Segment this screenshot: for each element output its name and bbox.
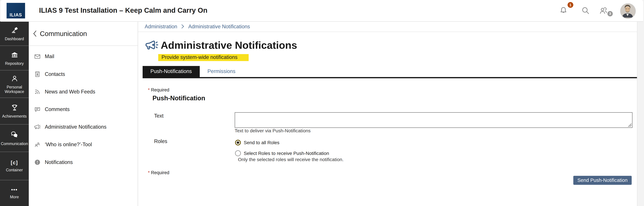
panel-item-news-feeds[interactable]: News and Web Feeds — [29, 83, 138, 100]
chat-bubbles-icon — [10, 130, 19, 139]
radio-send-to-all-roles[interactable]: Send to all Roles — [235, 140, 280, 145]
required-note-top: *Required — [148, 87, 169, 92]
top-bar: ILIAS ILIAS 9 Test Installation – Keep C… — [0, 0, 643, 22]
sidebar-item-label: Communication — [0, 141, 29, 146]
container-brackets-icon: [c] — [11, 160, 18, 165]
sidebar-item-dashboard[interactable]: Dashboard — [0, 21, 29, 46]
panel-item-notifications[interactable]: Notifications — [29, 153, 138, 171]
back-button[interactable] — [33, 30, 39, 37]
panel-item-label: Contacts — [45, 71, 65, 77]
sidebar-item-achievements[interactable]: Achievements — [0, 98, 29, 125]
contacts-badge: 3 — [608, 11, 613, 16]
sidebar-item-label: More — [9, 195, 20, 199]
person-icon — [10, 74, 19, 83]
text-field-wrapper — [235, 112, 632, 128]
panel-item-administrative-notifications[interactable]: Administrative Notifications — [29, 118, 138, 136]
panel-title: Communication — [40, 30, 87, 38]
page-subtitle-highlight: Provide system-wide notifications — [158, 54, 248, 61]
required-asterisk: * — [148, 87, 150, 92]
radio-button-icon — [235, 150, 241, 156]
ellipsis-icon: ••• — [11, 187, 18, 193]
push-text-input[interactable] — [235, 112, 632, 128]
desk-lamp-icon — [10, 26, 19, 34]
tab-bar: Push-Notifications Permissions — [142, 66, 637, 78]
tab-underline — [142, 77, 637, 78]
sidebar-item-repository[interactable]: Repository — [0, 46, 29, 71]
required-label: Required — [151, 87, 169, 92]
contact-card-icon — [34, 70, 41, 78]
roles-byline: Only the selected roles will receive the… — [238, 157, 344, 162]
text-field-label: Text — [154, 113, 164, 119]
search-icon — [581, 6, 590, 15]
panel-item-label: Comments — [45, 106, 70, 112]
alert-circle-icon — [34, 158, 41, 166]
chevron-left-icon — [33, 30, 37, 37]
text-field-byline: Text to deliver via Push-Notifications — [235, 128, 310, 133]
sidebar-item-personal-workspace[interactable]: Personal Workspace — [0, 71, 29, 98]
required-label: Required — [151, 170, 169, 175]
radio-button-icon — [235, 140, 241, 145]
required-asterisk: * — [148, 170, 150, 175]
communication-panel: Communication Mail — [29, 21, 138, 206]
sidebar-item-label: Repository — [4, 61, 24, 66]
main-sidebar-rail: Dashboard Repository — [0, 21, 29, 206]
panel-item-comments[interactable]: Comments — [29, 100, 138, 118]
sidebar-item-label: Dashboard — [4, 36, 25, 41]
main-content: Administration Administrative Notificati… — [138, 21, 637, 206]
sidebar-item-container[interactable]: [c] Container — [0, 152, 29, 180]
bell-icon — [558, 6, 568, 15]
required-note-bottom: *Required — [148, 170, 169, 175]
panel-item-label: Administrative Notifications — [45, 124, 106, 130]
sidebar-item-label: Personal Workspace — [0, 85, 29, 94]
ilias-logo[interactable]: ILIAS — [6, 3, 25, 18]
chevron-right-icon — [181, 24, 184, 29]
avatar-photo — [621, 4, 634, 18]
megaphone-icon — [34, 123, 41, 130]
user-avatar[interactable] — [620, 3, 636, 19]
comment-bubble-icon — [34, 105, 41, 113]
panel-item-contacts[interactable]: Contacts — [29, 65, 138, 83]
panel-item-label: Notifications — [45, 159, 73, 165]
panel-item-who-is-online[interactable]: ‘Who is online?’-Tool — [29, 136, 138, 153]
sidebar-item-communication[interactable]: Communication — [0, 125, 29, 152]
panel-item-label: Mail — [45, 53, 54, 59]
breadcrumb: Administration Administrative Notificati… — [138, 21, 637, 32]
bank-icon — [10, 50, 19, 59]
search-button[interactable] — [581, 6, 590, 15]
two-users-icon — [34, 141, 41, 148]
page-megaphone-icon — [144, 38, 159, 53]
sidebar-item-label: Achievements — [1, 114, 28, 119]
radio-label: Select Roles to receive Push-Notificatio… — [244, 151, 329, 156]
sidebar-item-more[interactable]: ••• More — [0, 180, 29, 206]
send-push-notification-button[interactable]: Send Push-Notification — [573, 176, 632, 185]
envelope-icon — [34, 53, 41, 60]
breadcrumb-link-administration[interactable]: Administration — [144, 21, 177, 32]
panel-item-list: Mail Contacts — [29, 48, 138, 171]
tab-push-notifications[interactable]: Push-Notifications — [142, 66, 200, 77]
scroll-gutter — [637, 0, 644, 206]
radio-label: Send to all Roles — [244, 140, 280, 145]
tab-permissions[interactable]: Permissions — [200, 66, 243, 77]
panel-item-label: News and Web Feeds — [45, 89, 95, 95]
notification-center-button[interactable] — [558, 6, 568, 15]
rss-icon — [34, 88, 41, 95]
awareness-contacts-button[interactable] — [598, 6, 608, 15]
form-section-title: Push-Notification — [152, 95, 205, 102]
trophy-icon — [10, 103, 19, 112]
panel-item-label: ‘Who is online?’-Tool — [45, 141, 92, 147]
page-title: Administrative Notifications — [161, 38, 297, 52]
ilias-logo-text: ILIAS — [10, 12, 22, 18]
panel-item-mail[interactable]: Mail — [29, 48, 138, 65]
panel-header: Communication — [29, 21, 138, 46]
radio-select-roles[interactable]: Select Roles to receive Push-Notificatio… — [235, 150, 329, 156]
contacts-users-icon — [598, 6, 608, 15]
sidebar-item-label: Container — [5, 168, 24, 172]
breadcrumb-link-administrative-notifications[interactable]: Administrative Notifications — [188, 21, 250, 32]
site-title: ILIAS 9 Test Installation – Keep Calm an… — [39, 0, 207, 21]
notification-badge: 1 — [568, 2, 573, 8]
ilias-application-window: ILIAS ILIAS 9 Test Installation – Keep C… — [0, 0, 644, 206]
roles-field-label: Roles — [154, 138, 167, 144]
